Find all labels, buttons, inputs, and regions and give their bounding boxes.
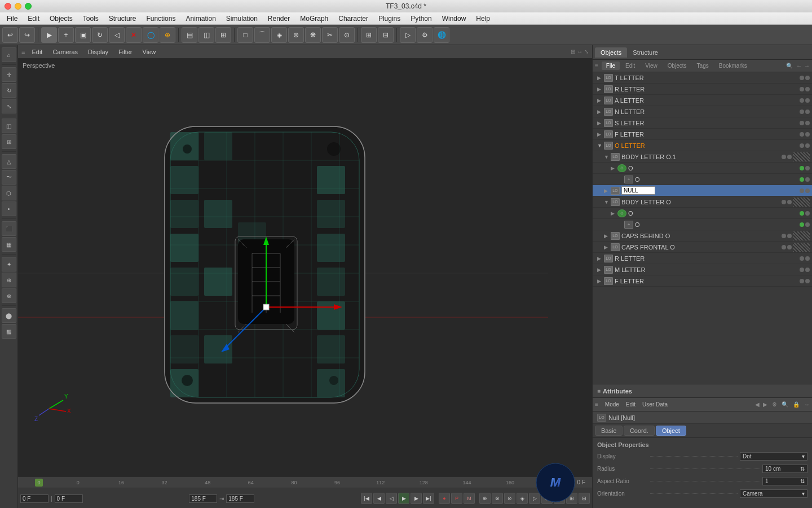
tree-caps-behind[interactable]: ▶ LO CAPS BEHIND O: [593, 230, 812, 242]
key-2[interactable]: ⊗: [492, 493, 503, 504]
attr-user-data[interactable]: User Data: [640, 401, 670, 408]
grid-tool[interactable]: ⊟: [378, 27, 394, 43]
tree-f-letter[interactable]: ▶ LO F LETTER: [593, 129, 812, 140]
helix-tool[interactable]: ⊕: [160, 27, 175, 43]
tool-rotate[interactable]: ↻: [2, 83, 16, 98]
expand-icon[interactable]: →: [804, 63, 810, 69]
subtab-file[interactable]: File: [602, 62, 620, 70]
rotate-tool[interactable]: ↻: [92, 27, 108, 43]
render-to[interactable]: 🌐: [434, 27, 449, 43]
subtab-bookmarks[interactable]: Bookmarks: [714, 62, 752, 70]
record-btn[interactable]: ●: [439, 493, 450, 504]
tree-null[interactable]: ▶ LO: [593, 185, 812, 196]
menu-animation[interactable]: Animation: [181, 14, 220, 24]
tool-spline[interactable]: 〜: [2, 170, 16, 185]
close-button[interactable]: [5, 3, 11, 10]
attr-tab-basic[interactable]: Basic: [595, 426, 623, 436]
vp-filter[interactable]: Filter: [115, 47, 135, 56]
attr-lock[interactable]: 🔒: [793, 401, 800, 408]
tool-paint[interactable]: ⬛: [2, 221, 16, 236]
attr-edit[interactable]: Edit: [624, 401, 638, 408]
vp-display[interactable]: Display: [85, 47, 112, 56]
undo-button[interactable]: ↩: [2, 27, 18, 43]
tool-point[interactable]: •: [2, 202, 16, 216]
add-tool[interactable]: +: [58, 27, 74, 43]
attr-radius-stepper[interactable]: ⇅: [800, 466, 805, 472]
menu-character[interactable]: Character: [334, 14, 373, 24]
vp-view[interactable]: View: [139, 47, 160, 56]
arrow-tool[interactable]: ◁: [109, 27, 125, 43]
tool-select-all[interactable]: ◫: [2, 119, 16, 133]
goto-end[interactable]: ▶|: [423, 493, 434, 504]
redo-button[interactable]: ↪: [19, 27, 35, 43]
attr-search[interactable]: 🔍: [782, 401, 788, 408]
vp-edit[interactable]: Edit: [28, 47, 46, 56]
array-tool[interactable]: ⊛: [288, 27, 304, 43]
play-reverse[interactable]: ◁: [386, 493, 397, 504]
menu-help[interactable]: Help: [471, 14, 495, 24]
arrow-body-o[interactable]: ▼: [604, 199, 611, 205]
tree-n-letter[interactable]: ▶ LO N LETTER: [593, 106, 812, 117]
film-tool[interactable]: ▤: [182, 27, 197, 43]
knife-tool[interactable]: ✂: [322, 27, 338, 43]
null-name-input[interactable]: [621, 186, 655, 195]
menu-file[interactable]: File: [2, 14, 22, 24]
arrow-body-o1[interactable]: ▼: [604, 154, 611, 160]
subtab-view[interactable]: View: [641, 62, 662, 70]
arrow-o[interactable]: ▼: [597, 143, 604, 148]
video-tool[interactable]: ⊞: [215, 27, 231, 43]
tree-r-letter2[interactable]: ▶ LO R LETTER: [593, 253, 812, 264]
subtab-objects[interactable]: Objects: [663, 62, 691, 70]
goto-start[interactable]: |◀: [361, 493, 372, 504]
attr-aspect-stepper[interactable]: ⇅: [800, 478, 805, 484]
attr-expand[interactable]: ↔: [804, 401, 810, 408]
tree-body-o1[interactable]: ▼ LO BODY LETTER O.1: [593, 151, 812, 163]
tab-structure[interactable]: Structure: [627, 47, 664, 58]
tool-weight[interactable]: ⊗: [2, 288, 16, 303]
attr-tab-coord[interactable]: Coord.: [624, 426, 655, 436]
vp-cameras[interactable]: Cameras: [49, 47, 81, 56]
menu-mograph[interactable]: MoGraph: [295, 14, 333, 24]
select-tool[interactable]: ▶: [41, 27, 57, 43]
arrow-s[interactable]: ▶: [597, 120, 604, 126]
attr-tab-object[interactable]: Object: [656, 426, 686, 436]
frame-end-display[interactable]: [189, 494, 217, 503]
frame-input[interactable]: [20, 494, 48, 503]
attr-settings[interactable]: ⚙: [772, 401, 777, 408]
tree-r-letter[interactable]: ▶ LO R LETTER: [593, 84, 812, 95]
col-icon[interactable]: ←: [796, 63, 802, 69]
attr-orient-value[interactable]: Camera ▾: [740, 489, 807, 498]
tool-poly[interactable]: △: [2, 154, 16, 169]
nurbs-tool[interactable]: ⌒: [254, 27, 270, 43]
paint-tool[interactable]: ⊙: [339, 27, 355, 43]
tool-grid[interactable]: ▩: [2, 324, 16, 339]
record-pos[interactable]: P: [451, 493, 462, 504]
snap-tool[interactable]: ⊞: [361, 27, 377, 43]
key-9[interactable]: ⊟: [579, 493, 590, 504]
tree-s-letter[interactable]: ▶ LO S LETTER: [593, 117, 812, 129]
arrow-a[interactable]: ▶: [597, 98, 604, 103]
menu-objects[interactable]: Objects: [45, 14, 77, 24]
menu-window[interactable]: Window: [438, 14, 471, 24]
tab-objects[interactable]: Objects: [595, 47, 627, 58]
frame-total[interactable]: [226, 494, 254, 503]
tool-home[interactable]: ⌂: [2, 47, 16, 62]
attr-aspect-value[interactable]: 1 ⇅: [762, 477, 807, 485]
attr-mode[interactable]: Mode: [603, 401, 621, 408]
menu-render[interactable]: Render: [263, 14, 294, 24]
deform-tool[interactable]: ◈: [271, 27, 287, 43]
search-icon[interactable]: 🔍: [786, 63, 793, 69]
cross-tool[interactable]: ✕: [126, 27, 142, 43]
tree-body-o[interactable]: ▼ LO BODY LETTER O: [593, 196, 812, 208]
subtab-tags[interactable]: Tags: [692, 62, 713, 70]
menu-functions[interactable]: Functions: [142, 14, 180, 24]
field-tool[interactable]: ❋: [305, 27, 321, 43]
cube-add[interactable]: □: [237, 27, 253, 43]
arrow-o-c2[interactable]: ▶: [611, 211, 617, 216]
tree-o-circle2[interactable]: ▶ ⊙ O: [593, 208, 812, 219]
record-misc[interactable]: M: [464, 493, 475, 504]
menu-simulation[interactable]: Simulation: [222, 14, 262, 24]
camera-tool[interactable]: ◫: [198, 27, 214, 43]
attr-display-value[interactable]: Dot ▾: [740, 452, 807, 461]
cube-tool[interactable]: ▣: [75, 27, 91, 43]
